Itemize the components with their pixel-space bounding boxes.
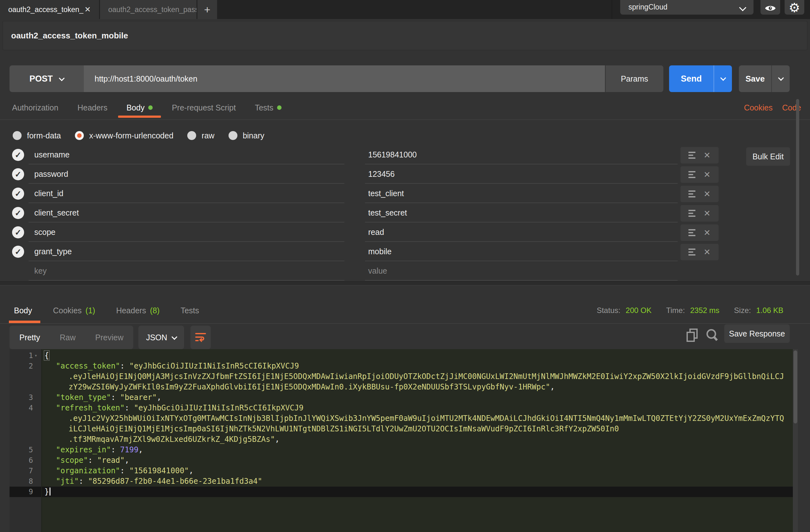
view-tab-preview[interactable]: Preview [95,333,124,342]
row-menu-icon[interactable] [688,229,695,236]
param-key-placeholder[interactable]: key [29,261,344,280]
checkbox-checked-icon[interactable]: ✓ [12,207,24,219]
line-number-gutter [10,382,41,392]
token-pun: , [189,466,193,475]
response-tab-tests[interactable]: Tests [181,298,199,323]
response-tab-headers[interactable]: Headers (8) [116,298,160,323]
param-key-field[interactable]: password [29,165,344,184]
copy-icon [686,328,699,342]
param-value-field[interactable]: read [365,223,678,242]
environment-selector[interactable]: springCloud [620,0,754,15]
request-tab-active[interactable]: oauth2_access_token_ ✕ [0,0,99,19]
bulk-edit-label: Bulk Edit [752,152,784,161]
code-text: "token_type": "bearer", [41,392,161,403]
checkbox-checked-icon[interactable]: ✓ [12,246,24,258]
mode-form-data[interactable]: form-data [13,131,61,140]
row-menu-icon[interactable] [688,171,695,178]
response-scrollbar[interactable] [793,349,798,532]
remove-row-icon[interactable]: ✕ [704,151,711,159]
send-button[interactable]: Send [669,65,732,92]
copy-response-button[interactable] [685,327,699,343]
request-tab-label: oauth2_access_token_passv [108,5,196,14]
params-button[interactable]: Params [605,65,663,92]
settings-button[interactable]: ⚙ [784,0,804,15]
save-options-button[interactable] [772,65,790,92]
radio-icon[interactable] [187,131,196,140]
token-key: "scope" [56,456,88,465]
wrap-text-button[interactable] [191,326,211,349]
param-key-field[interactable]: client_id [29,184,344,203]
response-tab-body[interactable]: Body [14,298,32,323]
code-text: .eyJ1c2VyX25hbWUiOiIxNTYxOTg0MTAwMCIsInN… [41,413,784,424]
menu-bar [688,174,693,175]
row-menu-icon[interactable] [688,191,695,197]
checkbox-checked-icon[interactable]: ✓ [12,188,24,200]
mode-label: raw [201,131,214,140]
remove-row-icon[interactable]: ✕ [704,171,711,179]
view-tab-pretty[interactable]: Pretty [19,333,40,342]
tab-pre-request-script[interactable]: Pre-request Script [172,96,236,119]
param-key-field[interactable]: client_secret [29,204,344,223]
param-value-field[interactable]: mobile [365,242,678,261]
checkbox-checked-icon[interactable]: ✓ [12,149,24,161]
request-tab-inactive[interactable]: oauth2_access_token_passv [100,0,196,19]
search-response-button[interactable] [704,327,719,343]
tab-tests[interactable]: Tests [255,96,281,119]
response-body-editor[interactable]: 1▾{2"access_token": "eyJhbGciOiJIUzI1NiI… [10,349,793,532]
tab-body[interactable]: Body [126,96,153,119]
bulk-edit-button[interactable]: Bulk Edit [746,147,790,166]
param-row-controls: ✕ [680,244,718,260]
tab-authorization[interactable]: Authorization [12,96,59,119]
checkbox-checked-icon[interactable]: ✓ [12,168,24,180]
row-menu-icon[interactable] [688,152,695,159]
save-label-area[interactable]: Save [739,65,772,92]
remove-row-icon[interactable]: ✕ [704,228,711,237]
method-select[interactable]: POST [10,65,84,92]
param-key-field[interactable]: username [29,145,344,164]
scrollbar-thumb[interactable] [794,351,797,423]
radio-icon[interactable] [228,131,238,140]
request-pane-scrollbar[interactable] [796,99,799,275]
row-menu-icon[interactable] [688,210,695,217]
mode-raw[interactable]: raw [187,131,214,140]
radio-icon[interactable] [13,131,21,140]
pane-divider[interactable] [0,281,810,286]
remove-row-icon[interactable]: ✕ [704,190,711,198]
send-options-button[interactable] [714,65,732,92]
code-line: 5"expires_in": 7199, [10,445,793,455]
fold-caret-icon[interactable]: ▾ [33,351,39,361]
line-number: 9 [23,487,33,497]
line-number-gutter: 5 [10,445,41,455]
remove-row-icon[interactable]: ✕ [704,248,711,256]
mode-binary[interactable]: binary [228,131,264,140]
remove-row-icon[interactable]: ✕ [704,209,711,217]
param-value-field[interactable]: 15619841000 [365,145,678,164]
save-button[interactable]: Save [739,65,790,92]
tab-headers[interactable]: Headers [78,96,108,119]
environment-preview-button[interactable] [761,0,780,15]
close-icon[interactable]: ✕ [84,5,91,14]
url-input[interactable]: http://host1:8000/oauth/token [84,65,605,92]
mode-x-www-form-urlencoded[interactable]: x-www-form-urlencoded [75,131,173,140]
menu-bar [688,210,695,211]
checkbox-checked-icon[interactable]: ✓ [12,226,24,238]
cookies-link[interactable]: Cookies [744,103,773,112]
response-tab-cookies[interactable]: Cookies (1) [53,298,95,323]
param-key-field[interactable]: grant_type [29,242,344,261]
param-value-field[interactable]: test_client [365,184,678,203]
param-value-field[interactable]: 123456 [365,165,678,184]
line-number-gutter: 4 [10,403,41,413]
save-response-button[interactable]: Save Response [724,324,790,343]
radio-selected-icon[interactable] [75,131,84,140]
view-tab-raw[interactable]: Raw [60,333,76,342]
new-tab-button[interactable]: + [197,0,217,19]
save-label: Save [746,74,765,84]
param-value-field[interactable]: test_secret [365,204,678,223]
param-value-placeholder[interactable]: value [365,261,678,280]
row-menu-icon[interactable] [688,248,695,256]
param-key-field[interactable]: scope [29,223,344,242]
code-text: zY29wZSI6WyJyZWFkIl0sIm9yZ2FuaXphdGlvbiI… [41,382,555,392]
format-select[interactable]: JSON [139,326,184,349]
mode-label: form-data [27,131,61,140]
send-label-area[interactable]: Send [669,65,714,92]
